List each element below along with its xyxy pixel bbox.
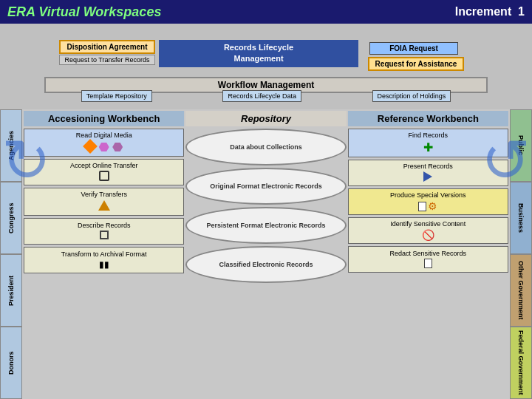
workflow-template-label: Template Repository: [86, 92, 147, 100]
workflow-item-template[interactable]: Template Repository: [81, 90, 152, 102]
rlm-line2: Management: [233, 54, 283, 63]
transform-archival-item[interactable]: Transform to Archival Format ▮▮: [24, 247, 184, 273]
transfer-label: Request to Transfer Records: [64, 56, 149, 64]
checkbox-icon: [99, 171, 109, 181]
film-icon: ▮▮: [99, 259, 109, 270]
header: ERA Virtual Workspaces Increment 1: [0, 0, 532, 24]
hex-icon-2: [112, 143, 123, 151]
increment-label: Increment 1: [455, 5, 525, 18]
sidebar-federal-govt[interactable]: Federal Government: [510, 327, 532, 399]
rlm-banner: Records Lifecycle Management: [159, 40, 358, 67]
increment-number: 1: [518, 5, 525, 18]
disposition-agreement-box[interactable]: Disposition Agreement: [59, 40, 155, 54]
request-assistance-box[interactable]: Request for Assistance: [368, 57, 464, 71]
workflow-items: Template Repository Records Lifecycle Da…: [46, 90, 486, 102]
app-title: ERA Virtual Workspaces: [7, 4, 161, 20]
gear-icon: ⚙: [428, 200, 437, 212]
diamond-icon: [83, 139, 98, 154]
sidebar-donors[interactable]: Donors: [0, 327, 22, 399]
play-icon: [423, 171, 432, 182]
data-collections-oval: Data about Collections: [185, 129, 346, 166]
original-format-oval: Original Format Electronic Records: [185, 168, 346, 205]
stop-icon: 🚫: [422, 229, 434, 241]
doc-icon: [418, 202, 426, 211]
columns-area: Accesioning Workbench Read Digital Media…: [22, 109, 510, 399]
describe-records-item[interactable]: Describe Records: [24, 218, 184, 245]
disposition-label: Disposition Agreement: [66, 43, 147, 51]
workflow-holdings-label: Description of Holdings: [378, 92, 446, 100]
curved-arrow-right: ↺: [481, 132, 531, 191]
classified-oval: Classified Electronic Records: [185, 246, 346, 283]
redact-doc-icon: [424, 259, 432, 268]
rlm-line1: Records Lifecycle: [224, 43, 293, 52]
increment-text: Increment: [455, 5, 511, 18]
workflow-item-holdings[interactable]: Description of Holdings: [372, 90, 451, 102]
repository-column: Repository Data about Collections Origin…: [185, 111, 346, 398]
foia-label: FOIA Request: [389, 44, 438, 52]
redact-sensitive-item[interactable]: Redact Sensitive Records: [348, 246, 508, 273]
triangle-icon: [98, 200, 110, 211]
workflow-item-lifecycle[interactable]: Records Lifecycle Data: [222, 90, 301, 102]
workflow-title: Workflow Management: [218, 80, 314, 90]
request-assistance-label: Request for Assistance: [375, 60, 457, 68]
square-icon: [100, 231, 109, 239]
plus-icon: ✚: [423, 140, 433, 154]
repository-header: Repository: [185, 111, 346, 126]
main-area: Agencies Congress President Donors ↺ Acc…: [0, 109, 532, 399]
foia-box[interactable]: FOIA Request: [369, 42, 458, 55]
sidebar-president[interactable]: President: [0, 254, 22, 327]
sidebar-other-govt[interactable]: Other Government: [510, 254, 532, 327]
persistent-format-oval: Persistent Format Electronic Records: [185, 207, 346, 244]
workflow-lifecycle-label: Records Lifecycle Data: [228, 92, 296, 100]
reference-header: Reference Workbench: [348, 111, 508, 126]
transfer-records-box[interactable]: Request to Transfer Records: [59, 55, 155, 65]
accession-header: Accesioning Workbench: [24, 111, 184, 126]
identify-sensitive-item[interactable]: Identify Sensitive Content 🚫: [348, 217, 508, 244]
hex-icon: [99, 143, 109, 151]
curved-arrow-left: ↺: [1, 132, 51, 191]
